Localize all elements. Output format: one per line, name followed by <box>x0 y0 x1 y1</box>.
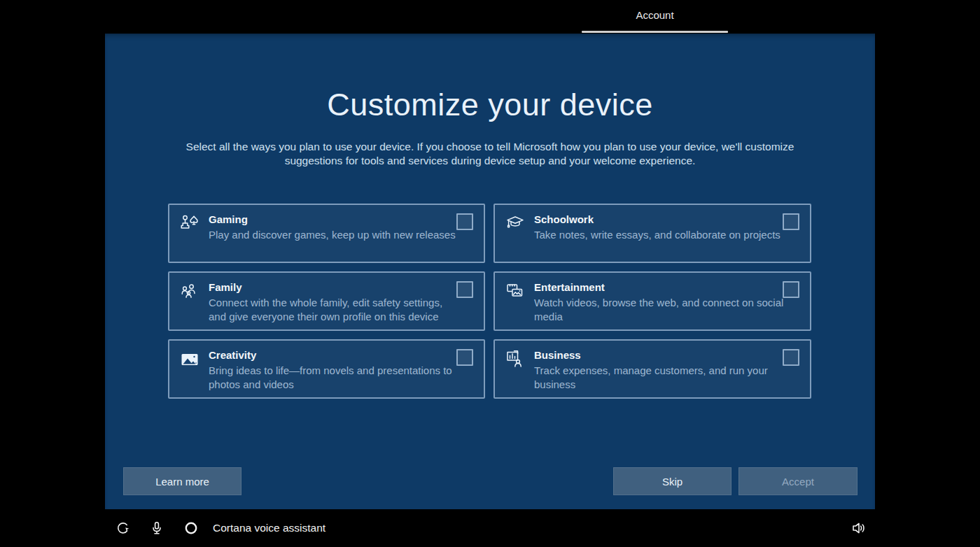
schoolwork-icon <box>505 213 526 234</box>
family-checkbox[interactable] <box>456 281 473 298</box>
accept-button[interactable]: Accept <box>738 467 858 495</box>
card-description: Take notes, write essays, and collaborat… <box>534 228 785 242</box>
card-business[interactable]: Business Track expenses, manage customer… <box>493 339 811 399</box>
page-title: Customize your device <box>105 84 875 126</box>
active-tab-underline <box>582 31 728 33</box>
card-schoolwork[interactable]: Schoolwork Take notes, write essays, and… <box>493 204 811 263</box>
card-description: Play and discover games, keep up with ne… <box>209 228 459 242</box>
card-family[interactable]: Family Connect with the whole family, ed… <box>168 271 485 331</box>
oobe-screen: Account Customize your device Select all… <box>0 0 980 547</box>
creativity-checkbox[interactable] <box>456 349 473 366</box>
cortana-label: Cortana voice assistant <box>213 509 326 547</box>
tab-account[interactable]: Account <box>582 7 728 25</box>
card-entertainment[interactable]: Entertainment Watch videos, browse the w… <box>493 271 811 331</box>
cortana-circle-icon <box>182 509 200 547</box>
family-icon <box>179 281 200 302</box>
usage-options-grid: Gaming Play and discover games, keep up … <box>168 204 811 399</box>
ease-of-access-icon[interactable] <box>114 509 132 547</box>
page-subtitle: Select all the ways you plan to use your… <box>182 140 798 168</box>
creativity-icon <box>179 349 200 370</box>
schoolwork-checkbox[interactable] <box>783 213 799 230</box>
card-title: Creativity <box>209 349 256 361</box>
card-title: Family <box>209 281 242 293</box>
card-title: Business <box>534 349 581 361</box>
card-creativity[interactable]: Creativity Bring ideas to life—from nove… <box>168 339 485 399</box>
microphone-icon[interactable] <box>148 509 166 547</box>
skip-button[interactable]: Skip <box>613 467 732 495</box>
top-bar: Account <box>0 0 980 34</box>
card-description: Bring ideas to life—from novels and pres… <box>209 364 459 392</box>
learn-more-button[interactable]: Learn more <box>123 467 241 495</box>
gaming-icon <box>179 213 200 234</box>
business-icon <box>505 349 526 370</box>
gaming-checkbox[interactable] <box>456 213 473 230</box>
card-description: Watch videos, browse the web, and connec… <box>534 296 785 324</box>
card-title: Schoolwork <box>534 213 594 225</box>
customize-device-panel: Customize your device Select all the way… <box>105 34 875 509</box>
business-checkbox[interactable] <box>783 349 799 366</box>
card-title: Entertainment <box>534 281 605 293</box>
card-title: Gaming <box>209 213 248 225</box>
volume-icon[interactable] <box>848 509 869 547</box>
bottom-bar: Cortana voice assistant <box>0 509 980 547</box>
card-description: Connect with the whole family, edit safe… <box>209 296 459 324</box>
entertainment-checkbox[interactable] <box>783 281 799 298</box>
card-gaming[interactable]: Gaming Play and discover games, keep up … <box>168 204 485 263</box>
card-description: Track expenses, manage customers, and ru… <box>534 364 785 392</box>
entertainment-icon <box>505 281 526 302</box>
